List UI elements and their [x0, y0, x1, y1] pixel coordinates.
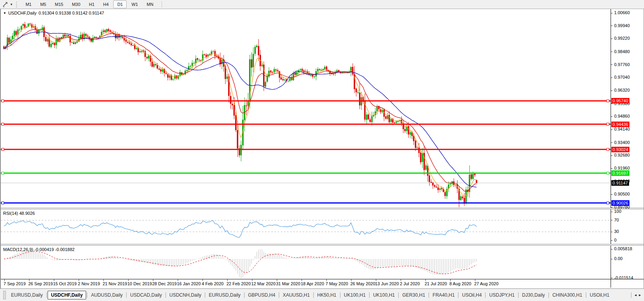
chart-region: ▼ USDCHF,Daily 0.91304 0.91338 0.91142 0… — [0, 9, 644, 288]
chart-ohlc-values: 0.91304 0.91338 0.91142 0.91147 — [39, 11, 104, 15]
macd-panel: MACD(12,26,9) -0.000419 -0.001882 0.0058… — [1, 246, 644, 279]
candlestick-canvas[interactable] — [1, 9, 611, 208]
date-label: 12 Mar 2020 — [251, 281, 276, 286]
price-axis-tick: 0.97760 — [614, 62, 630, 67]
chart-tab-fra40-h1[interactable]: FRA40,H1 — [430, 291, 457, 299]
date-tick-mark — [326, 279, 327, 281]
pen-cursor-icon — [2, 2, 9, 7]
chart-tab-ger30-h1[interactable]: GER30,H1 — [399, 291, 428, 299]
price-tick-mark — [611, 155, 613, 156]
timeframe-button-h1[interactable]: H1 — [85, 0, 98, 8]
rsi-axis-tick: 100 — [614, 209, 621, 214]
tab-divider — [244, 292, 245, 298]
rsi-label: RSI(14) 48.9026 — [3, 211, 35, 216]
chart-tab-usdcad-daily[interactable]: USDCAD,Daily — [127, 291, 165, 299]
timeframe-toolbar: ▼ M1M5M15M30H1H4D1W1MN — [0, 0, 644, 9]
date-tick-mark — [227, 279, 228, 281]
timeframe-button-m30[interactable]: M30 — [68, 0, 84, 8]
date-label: 8 Aug 2020 — [449, 281, 471, 286]
date-tick-mark — [302, 279, 302, 281]
timeframe-button-m15[interactable]: M15 — [51, 0, 67, 8]
current-price-tag: 0.91147 — [611, 180, 629, 186]
price-tick-mark — [611, 52, 613, 52]
hline-price-tag: 0.95740 — [611, 98, 629, 103]
date-axis-corner — [611, 279, 644, 288]
chart-tab-usdcnh-daily[interactable]: USDCNH,Daily — [167, 291, 204, 299]
timeframe-button-h4[interactable]: H4 — [99, 0, 112, 8]
date-tick-mark — [4, 279, 5, 281]
rsi-tick-mark — [611, 240, 613, 241]
timeframe-button-m5[interactable]: M5 — [36, 0, 50, 8]
chart-tab-dj30-daily[interactable]: DJ30,Daily — [519, 291, 548, 299]
chart-tab-eurusd-daily[interactable]: EURUSD,Daily — [206, 291, 243, 299]
timeframe-button-m1[interactable]: M1 — [22, 0, 35, 8]
mt4-window: ▼ M1M5M15M30H1H4D1W1MN ▼ USDCHF,Daily 0.… — [0, 0, 644, 301]
tab-scroll-left-icon[interactable]: ◂ — [635, 293, 637, 297]
tab-divider — [586, 292, 586, 298]
date-axis[interactable]: 7 Sep 201926 Sep 201915 Oct 20192 Nov 20… — [1, 279, 611, 288]
date-tick-mark — [376, 279, 376, 281]
macd-tick-mark — [611, 278, 613, 278]
date-tick-mark — [450, 279, 451, 281]
tab-divider — [126, 292, 127, 298]
tab-divider — [340, 292, 340, 298]
chart-tab-uk100-h1[interactable]: UK100,H1 — [370, 291, 397, 299]
date-label: 7 Sep 2019 — [4, 281, 26, 286]
chart-tab-audusd-daily[interactable]: AUDUSD,Daily — [88, 291, 125, 299]
price-axis-tick: 1.00660 — [614, 10, 630, 15]
date-label: 31 Mar 2020 — [276, 281, 300, 286]
hline-price-tag: 0.94436 — [611, 122, 629, 127]
chart-tab-gbpusd-h4[interactable]: GBPUSD,H4 — [245, 291, 278, 299]
tab-divider — [398, 292, 399, 298]
date-axis-row: 7 Sep 201926 Sep 201915 Oct 20192 Nov 20… — [1, 279, 644, 288]
chart-tab-usoil-h1[interactable]: USOil,H1 — [587, 291, 612, 299]
date-label: 2 Nov 2019 — [78, 281, 100, 286]
rsi-plot[interactable]: RSI(14) 48.9026 — [1, 209, 611, 244]
collapse-caret-icon[interactable]: ▼ — [3, 11, 6, 15]
chart-symbol-period: USDCHF,Daily — [8, 11, 37, 15]
price-tick-mark — [611, 194, 613, 195]
timeframe-button-d1[interactable]: D1 — [113, 0, 127, 8]
chart-tab-usdchf-daily[interactable]: USDCHF,Daily — [48, 291, 86, 299]
price-axis-tick: 0.90500 — [614, 192, 630, 197]
macd-canvas[interactable] — [1, 246, 611, 279]
toolbar-grip — [16, 2, 18, 7]
price-axis-tick: 0.94860 — [614, 114, 630, 119]
chart-tab-xauusd-h1[interactable]: XAUUSD,H1 — [280, 291, 313, 299]
chart-tab-usoil-h4[interactable]: USOil,H4 — [459, 291, 484, 299]
rsi-tick-mark — [611, 212, 613, 212]
tab-scroll-right-icon[interactable]: ▸ — [639, 293, 641, 297]
date-label: 21 Nov 2019 — [103, 281, 127, 286]
chart-tool-icon[interactable]: ▼ — [2, 1, 14, 8]
main-chart-plot[interactable]: ▼ USDCHF,Daily 0.91304 0.91338 0.91142 0… — [1, 9, 611, 208]
price-axis-tick: 0.99940 — [614, 23, 630, 28]
price-axis-tick: 0.98480 — [614, 49, 630, 54]
chart-tab-china300-h1[interactable]: CHINA300,H1 — [550, 291, 585, 299]
date-label: 26 Sep 2019 — [28, 281, 53, 286]
tab-divider — [485, 292, 486, 298]
chevron-down-icon: ▼ — [10, 3, 13, 6]
chart-tab-eurusd-daily[interactable]: EURUSD,Daily — [8, 291, 46, 299]
date-tick-mark — [178, 279, 178, 281]
chart-tab-uk100-h1[interactable]: UK100,H1 — [341, 291, 368, 299]
hline-price-tag: 0.93024 — [611, 147, 629, 152]
price-axis-tick: 0.99220 — [614, 36, 630, 41]
date-tick-mark — [425, 279, 426, 281]
macd-plot[interactable]: MACD(12,26,9) -0.000419 -0.001882 — [1, 246, 611, 279]
tab-divider — [166, 292, 166, 298]
date-label: 7 May 2020 — [326, 281, 348, 286]
price-tick-mark — [611, 207, 613, 208]
date-tick-mark — [79, 279, 79, 281]
chart-tab-hk50-h1[interactable]: HK50,H1 — [315, 291, 339, 299]
timeframe-button-w1[interactable]: W1 — [127, 0, 142, 8]
date-label: 2 Jul 2020 — [400, 281, 420, 286]
timeframe-button-mn[interactable]: MN — [143, 0, 157, 8]
date-label: 18 Apr 2020 — [301, 281, 324, 286]
chart-tab-usdjpy-h1[interactable]: USDJPY,H1 — [486, 291, 517, 299]
tab-divider — [279, 292, 279, 298]
rsi-axis-tick: 70 — [614, 218, 619, 223]
tab-divider — [458, 292, 458, 298]
rsi-axis-tick: 30 — [614, 229, 619, 234]
macd-label-text: MACD(12,26,9) -0.000419 -0.001882 — [3, 247, 75, 252]
rsi-canvas[interactable] — [1, 209, 611, 244]
